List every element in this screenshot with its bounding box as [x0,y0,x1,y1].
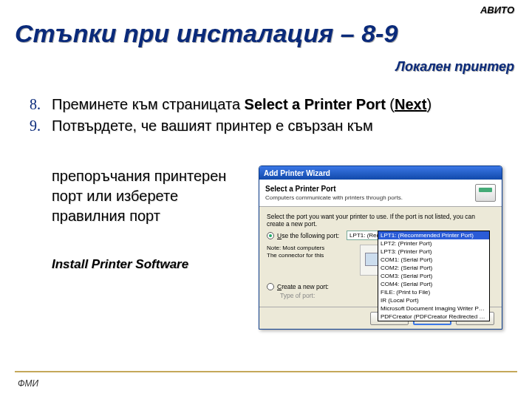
dropdown-item[interactable]: FILE: (Print to File) [378,288,489,296]
radio-icon[interactable] [267,232,274,239]
titlebar[interactable]: Add Printer Wizard [259,166,502,180]
wizard-body: Select the port you want your printer to… [259,207,502,309]
dropdown-item[interactable]: LPT2: (Printer Port) [378,239,489,248]
corner-tag: АВИТО [480,4,514,16]
wizard-title: Select a Printer Port [265,185,403,193]
text: ( [386,96,395,112]
list-text: Преминете към страницата Select a Printe… [52,96,514,113]
steps-list: 8. Преминете към страницата Select a Pri… [30,96,514,139]
wizard-header: Select a Printer Port Computers communic… [259,180,502,207]
footer-divider [15,371,517,372]
install-label: Install Printer Software [52,257,188,272]
wizard-subtitle: Computers communicate with printers thro… [265,194,403,201]
dropdown-item[interactable]: COM2: (Serial Port) [378,264,489,272]
text: Преминете към страницата [52,96,245,112]
list-number: 8. [30,96,52,113]
note-line: Note: Most computers [267,245,355,252]
footer-text: ФМИ [18,378,38,389]
continuation-text: препоръчания принтерен порт или изберете… [52,166,236,226]
dropdown-item[interactable]: COM4: (Serial Port) [378,280,489,288]
dropdown-item[interactable]: COM1: (Serial Port) [378,256,489,264]
emphasis-link: Next [395,96,426,112]
dropdown-item[interactable]: Microsoft Document Imaging Writer Port: … [378,304,489,313]
radio-icon[interactable] [267,283,274,290]
page-title: Стъпки при инсталация – 8-9 [15,19,398,48]
radio-label: Use the following port: [277,232,339,239]
printer-icon [475,184,496,202]
body-intro: Select the port you want your printer to… [267,213,494,228]
radio-label: Create a new port: [277,283,329,290]
list-item: 9. Потвърдете, че вашият принтер е свърз… [30,117,514,134]
list-number: 9. [30,117,52,134]
note-text: Note: Most computers The connector for t… [267,245,355,276]
dropdown-item[interactable]: COM3: (Serial Port) [378,272,489,280]
add-printer-wizard-window: Add Printer Wizard Select a Printer Port… [259,166,502,330]
port-dropdown-list[interactable]: LPT1: (Recommended Printer Port) LPT2: (… [378,231,490,321]
text: ) [426,96,432,112]
note-line: The connector for this [267,252,355,259]
dropdown-item[interactable]: LPT1: (Recommended Printer Port) [378,231,489,239]
page-subtitle: Локален принтер [396,59,514,75]
emphasis: Select a Printer Port [245,96,386,112]
dropdown-item[interactable]: LPT3: (Printer Port) [378,248,489,256]
dropdown-item[interactable]: IR (Local Port) [378,296,489,304]
list-item: 8. Преминете към страницата Select a Pri… [30,96,514,113]
dropdown-item[interactable]: PDFCreator (PDFCreator Redirected Port) [378,313,489,321]
list-text: Потвърдете, че вашият принтер е свързан … [52,117,514,134]
